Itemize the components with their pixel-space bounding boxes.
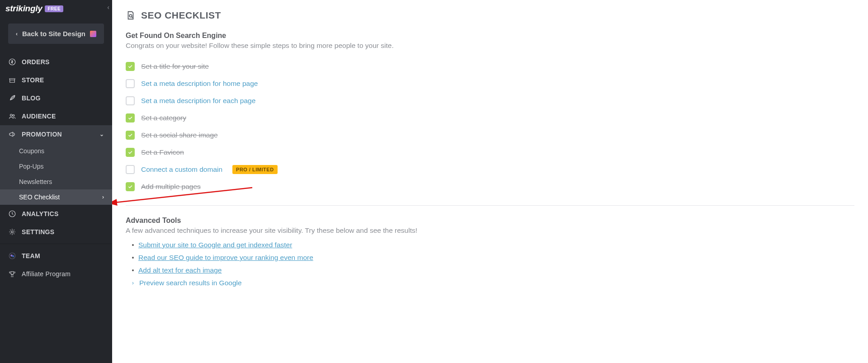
check-label: Set a social share image	[141, 131, 218, 139]
check-label: Set a Favicon	[141, 148, 184, 156]
checklist: Set a title for your site Set a meta des…	[126, 58, 854, 195]
bullet-icon	[132, 257, 134, 259]
sub-item-label: SEO Checklist	[19, 193, 60, 201]
adv-item[interactable]: Submit your site to Google and get index…	[132, 241, 854, 249]
site-design-icon	[90, 31, 96, 37]
section-heading: Advanced Tools	[126, 217, 854, 225]
svg-point-4	[11, 231, 14, 233]
check-label: Connect a custom domain	[141, 165, 222, 174]
svg-line-9	[115, 188, 252, 203]
nav-item-audience[interactable]: AUDIENCE	[0, 107, 112, 125]
adv-link[interactable]: Add alt text for each image	[138, 266, 222, 274]
plan-badge: FREE	[45, 5, 63, 12]
adv-link[interactable]: Read our SEO guide to improve your ranki…	[138, 254, 313, 262]
sub-item-newsletters[interactable]: Newsletters	[0, 174, 112, 189]
nav-label: AUDIENCE	[22, 113, 56, 120]
store-icon	[8, 76, 16, 84]
megaphone-icon	[8, 130, 16, 138]
check-label: Set a category	[141, 114, 186, 122]
divider	[0, 244, 112, 244]
svg-point-7	[12, 255, 14, 258]
main-content: SEO CHECKLIST Get Found On Search Engine…	[112, 0, 868, 363]
people-icon	[8, 112, 16, 120]
document-search-icon	[126, 10, 136, 20]
chevron-left-icon: ‹	[16, 31, 18, 37]
page-title-text: SEO CHECKLIST	[141, 10, 221, 21]
section-subtext: Congrats on your website! Follow these s…	[126, 42, 854, 50]
nav-label: Affiliate Program	[22, 270, 71, 278]
nav-item-store[interactable]: STORE	[0, 71, 112, 89]
nav-item-team[interactable]: TEAM	[0, 247, 112, 265]
nav-label: ORDERS	[22, 58, 50, 66]
checkbox-checked[interactable]	[126, 113, 135, 123]
nav-label: SETTINGS	[22, 228, 54, 236]
nav-label: ANALYTICS	[22, 210, 59, 217]
dollar-icon	[8, 58, 16, 66]
chevron-right-icon: ›	[102, 194, 104, 200]
nav-item-settings[interactable]: SETTINGS	[0, 223, 112, 241]
nav-item-analytics[interactable]: ANALYTICS	[0, 205, 112, 223]
advanced-tools-list: Submit your site to Google and get index…	[126, 241, 854, 287]
sidebar-header: strikingly FREE ‹	[0, 0, 112, 17]
nav-label: STORE	[22, 76, 44, 84]
adv-item-preview[interactable]: ›Preview search results in Google	[132, 279, 854, 287]
pro-limited-badge: PRO / LIMITED	[232, 165, 278, 174]
sidebar: strikingly FREE ‹ ‹ Back to Site Design …	[0, 0, 112, 363]
adv-item[interactable]: Add alt text for each image	[132, 266, 854, 274]
checkbox-unchecked[interactable]	[126, 79, 135, 88]
section-heading: Get Found On Search Engine	[126, 32, 854, 40]
nav-item-orders[interactable]: ORDERS	[0, 53, 112, 71]
checklist-item[interactable]: Set a social share image	[126, 127, 854, 144]
sub-item-coupons[interactable]: Coupons	[0, 143, 112, 159]
promotion-submenu: Coupons Pop-Ups Newsletters SEO Checklis…	[0, 143, 112, 205]
checkbox-checked[interactable]	[126, 131, 135, 140]
sub-item-popups[interactable]: Pop-Ups	[0, 159, 112, 174]
checklist-item[interactable]: Set a Favicon	[126, 144, 854, 161]
page-title: SEO CHECKLIST	[126, 10, 854, 21]
checkbox-unchecked[interactable]	[126, 165, 135, 174]
collapse-sidebar-icon[interactable]: ‹	[107, 4, 109, 11]
gear-icon	[8, 228, 16, 236]
bullet-icon	[132, 269, 134, 271]
annotation-arrow	[112, 186, 257, 213]
back-button-label: Back to Site Design	[22, 30, 85, 38]
feather-icon	[8, 94, 16, 102]
checklist-item[interactable]: Connect a custom domainPRO / LIMITED	[126, 161, 854, 178]
back-to-site-design-button[interactable]: ‹ Back to Site Design	[8, 24, 104, 44]
section-subtext: A few advanced techniques to increase yo…	[126, 226, 854, 235]
brand-logo: strikingly	[5, 4, 42, 14]
checkbox-checked[interactable]	[126, 148, 135, 157]
checklist-item[interactable]: Set a meta description for each page	[126, 92, 854, 109]
checkbox-checked[interactable]	[126, 62, 135, 71]
chevron-down-icon: ⌄	[99, 131, 104, 137]
svg-point-1	[10, 114, 13, 117]
adv-item[interactable]: Read our SEO guide to improve your ranki…	[132, 254, 854, 262]
sub-item-seo-checklist[interactable]: SEO Checklist›	[0, 189, 112, 205]
svg-point-2	[13, 115, 14, 117]
adv-link[interactable]: Submit your site to Google and get index…	[138, 241, 292, 249]
sidebar-nav: ORDERS STORE BLOG AUDIENCE PROMOTION⌄ Co…	[0, 53, 112, 283]
nav-item-blog[interactable]: BLOG	[0, 89, 112, 107]
nav-label: BLOG	[22, 94, 41, 102]
nav-item-affiliate[interactable]: Affiliate Program	[0, 265, 112, 283]
nav-label: PROMOTION	[22, 131, 62, 138]
checklist-item[interactable]: Set a title for your site	[126, 58, 854, 75]
bullet-icon	[132, 244, 134, 246]
nav-item-promotion[interactable]: PROMOTION⌄	[0, 125, 112, 143]
clock-icon	[8, 210, 16, 218]
check-label: Set a title for your site	[141, 62, 209, 71]
checklist-item[interactable]: Set a category	[126, 109, 854, 127]
checkbox-unchecked[interactable]	[126, 96, 135, 105]
team-avatar-icon	[8, 252, 16, 260]
nav-label: TEAM	[22, 252, 40, 259]
checklist-item[interactable]: Set a meta description for home page	[126, 75, 854, 92]
trophy-icon	[8, 270, 16, 278]
chevron-right-icon: ›	[132, 280, 134, 286]
adv-link[interactable]: Preview search results in Google	[139, 279, 242, 287]
check-label: Set a meta description for each page	[141, 97, 255, 105]
check-label: Set a meta description for home page	[141, 80, 258, 88]
